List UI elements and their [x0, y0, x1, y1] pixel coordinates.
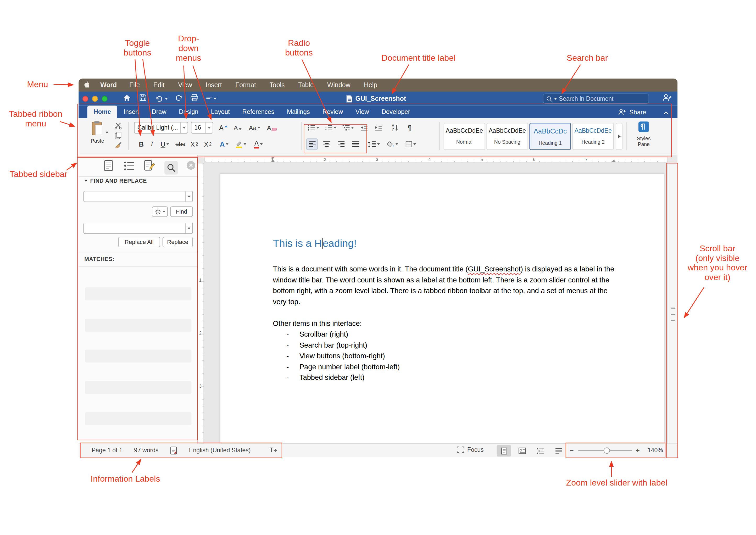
minimize-button[interactable] — [92, 96, 98, 101]
tab-view[interactable]: View — [349, 105, 375, 118]
menu-item-view[interactable]: View — [171, 81, 199, 89]
print-layout-view-button[interactable] — [496, 445, 511, 457]
sidebar-tab-thumbnails[interactable] — [104, 160, 113, 174]
tab-mailings[interactable]: Mailings — [281, 105, 316, 118]
text-effects-button[interactable]: A — [217, 138, 231, 150]
shading-button[interactable] — [384, 138, 401, 150]
menu-item-word[interactable]: Word — [96, 81, 123, 89]
show-paragraph-marks-toggle[interactable]: ¶ — [405, 122, 414, 133]
superscript-toggle[interactable]: X2 — [202, 138, 213, 150]
tab-insert[interactable]: Insert — [117, 105, 146, 118]
menu-item-format[interactable]: Format — [229, 81, 263, 89]
home-button[interactable] — [123, 94, 131, 103]
vertical-scrollbar[interactable] — [668, 163, 678, 444]
tab-home[interactable]: Home — [87, 105, 117, 118]
align-center-radio[interactable] — [321, 138, 332, 150]
menu-item-insert[interactable]: Insert — [199, 81, 229, 89]
tab-references[interactable]: References — [236, 105, 281, 118]
clear-formatting-button[interactable]: A — [265, 122, 279, 133]
bullets-button[interactable] — [306, 122, 321, 133]
zoom-level-label[interactable]: 140% — [648, 447, 663, 454]
hanging-indent-marker[interactable] — [271, 160, 275, 162]
underline-toggle[interactable]: U — [157, 138, 172, 150]
grow-font-button[interactable]: A — [217, 122, 230, 133]
right-indent-marker[interactable] — [612, 160, 616, 162]
italic-toggle[interactable]: I — [148, 138, 155, 150]
align-right-radio[interactable] — [335, 138, 347, 150]
draft-view-button[interactable] — [551, 445, 566, 457]
line-spacing-button[interactable] — [366, 138, 381, 150]
tab-layout[interactable]: Layout — [205, 105, 236, 118]
increase-indent-button[interactable] — [373, 122, 384, 133]
undo-button[interactable] — [155, 95, 168, 102]
style-heading1[interactable]: AaBbCcDc Heading 1 — [530, 123, 571, 150]
format-painter-button[interactable] — [115, 141, 122, 150]
shrink-font-button[interactable]: A — [231, 122, 244, 133]
borders-button[interactable] — [403, 138, 419, 150]
strikethrough-toggle[interactable]: abc — [174, 138, 187, 150]
font-size-dropdown[interactable]: 16 — [191, 122, 213, 133]
numbering-button[interactable] — [323, 122, 338, 133]
multilevel-list-button[interactable] — [341, 122, 355, 133]
save-button[interactable] — [139, 94, 147, 103]
share-presence-button[interactable] — [662, 94, 672, 104]
outline-view-button[interactable] — [533, 445, 547, 457]
tab-review[interactable]: Review — [316, 105, 349, 118]
find-input[interactable] — [83, 191, 193, 202]
close-button[interactable] — [82, 96, 88, 101]
menu-item-window[interactable]: Window — [321, 81, 357, 89]
sort-button[interactable]: A Z — [388, 122, 402, 133]
share-button[interactable]: Share — [618, 105, 646, 118]
tab-design[interactable]: Design — [173, 105, 205, 118]
web-layout-view-button[interactable] — [515, 445, 529, 457]
zoom-window-button[interactable] — [102, 96, 108, 101]
replace-all-button[interactable]: Replace All — [118, 237, 160, 247]
focus-button[interactable]: Focus — [457, 446, 484, 453]
menu-item-file[interactable]: File — [123, 81, 147, 89]
customize-toolbar-button[interactable] — [206, 96, 217, 101]
redo-button[interactable] — [175, 94, 183, 103]
sidebar-tab-review[interactable] — [144, 160, 155, 174]
zoom-in-button[interactable]: + — [635, 446, 640, 454]
sidebar-close-button[interactable] — [187, 161, 195, 170]
sidebar-tab-search[interactable] — [164, 161, 178, 175]
find-options-button[interactable] — [152, 206, 168, 217]
proofing-button[interactable] — [268, 446, 277, 456]
menu-item-edit[interactable]: Edit — [147, 81, 171, 89]
find-button[interactable]: Find — [170, 206, 193, 217]
replace-button[interactable]: Replace — [162, 237, 193, 247]
zoom-out-button[interactable]: − — [569, 446, 574, 454]
find-replace-section-header[interactable]: FIND AND REPLACE — [84, 178, 147, 184]
document-page[interactable]: This is a Heading! This is a document wi… — [220, 174, 664, 444]
collapse-ribbon-button[interactable] — [663, 109, 669, 116]
style-normal[interactable]: AaBbCcDdEe Normal — [444, 123, 485, 150]
apple-menu[interactable] — [78, 81, 95, 90]
style-no-spacing[interactable]: AaBbCcDdEe No Spacing — [487, 123, 528, 150]
font-color-button[interactable]: A — [250, 138, 267, 150]
font-name-dropdown[interactable]: Calibri Light (... — [134, 122, 188, 133]
align-left-radio[interactable] — [306, 138, 318, 150]
first-line-indent-marker[interactable] — [271, 157, 275, 159]
subscript-toggle[interactable]: X2 — [188, 138, 200, 150]
spell-check-button[interactable] — [170, 446, 178, 456]
tab-draw[interactable]: Draw — [146, 105, 173, 118]
styles-pane-button[interactable]: Styles Pane — [630, 121, 657, 147]
print-button[interactable] — [191, 94, 198, 103]
menu-item-help[interactable]: Help — [357, 81, 384, 89]
bold-toggle[interactable]: B — [136, 138, 146, 150]
highlight-button[interactable] — [233, 138, 248, 150]
style-heading2[interactable]: AaBbCcDdEe Heading 2 — [572, 123, 614, 150]
menu-item-table[interactable]: Table — [291, 81, 321, 89]
change-case-button[interactable]: Aa — [247, 122, 262, 133]
paste-dropdown-caret[interactable] — [105, 128, 108, 135]
search-bar[interactable]: Search in Document — [543, 94, 649, 104]
tab-developer[interactable]: Developer — [376, 105, 416, 118]
menu-item-tools[interactable]: Tools — [263, 81, 292, 89]
decrease-indent-button[interactable] — [358, 122, 370, 133]
replace-input[interactable] — [83, 223, 193, 234]
zoom-slider-thumb[interactable] — [604, 447, 610, 454]
more-styles-button[interactable] — [616, 123, 623, 150]
justify-radio[interactable] — [350, 138, 361, 150]
sidebar-tab-document-map[interactable] — [124, 161, 134, 173]
cut-button[interactable] — [114, 122, 122, 131]
